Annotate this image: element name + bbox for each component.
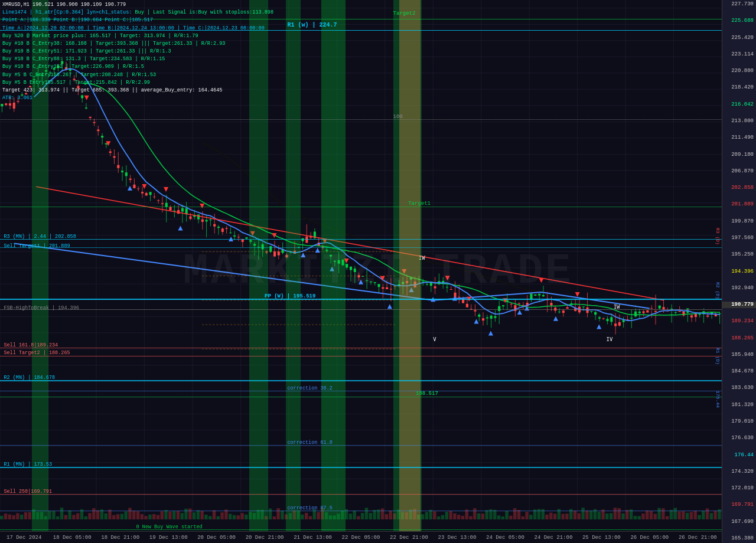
price-21380: 213.800 bbox=[722, 118, 756, 125]
time-3: 19 Dec 13:00 bbox=[144, 535, 192, 541]
price-19525: 195.250 bbox=[722, 251, 756, 258]
price-18467: 184.678 bbox=[722, 368, 756, 375]
price-16769: 167.690 bbox=[722, 519, 756, 525]
time-2: 18 Dec 21:00 bbox=[96, 535, 144, 541]
price-21149: 211.490 bbox=[722, 135, 756, 141]
price-17644: 176.44 bbox=[722, 452, 756, 459]
time-5: 20 Dec 21:00 bbox=[240, 535, 288, 541]
price-18826: 188.265 bbox=[722, 335, 756, 342]
price-20285: 202.858 bbox=[722, 185, 756, 191]
time-axis: 17 Dec 2024 18 Dec 05:00 18 Dec 21:00 19… bbox=[0, 531, 722, 543]
time-13: 26 Dec 05:00 bbox=[625, 535, 673, 541]
time-9: 23 Dec 13:00 bbox=[433, 535, 481, 541]
time-14: 26 Dec 21:00 bbox=[674, 535, 722, 541]
price-22568: 225.688 bbox=[722, 18, 756, 24]
price-21842: 218.420 bbox=[722, 84, 756, 91]
price-20687: 206.870 bbox=[722, 168, 756, 175]
price-18923: 189.234 bbox=[722, 318, 756, 325]
price-21604: 216.042 bbox=[722, 102, 756, 108]
price-19077: 190.779 bbox=[722, 302, 756, 308]
time-11: 24 Dec 21:00 bbox=[529, 535, 577, 541]
price-19756: 197.560 bbox=[722, 235, 756, 241]
time-10: 24 Dec 05:00 bbox=[481, 535, 529, 541]
price-22773: 227.730 bbox=[722, 1, 756, 8]
price-20188: 201.889 bbox=[722, 201, 756, 208]
price-17901: 179.010 bbox=[722, 418, 756, 425]
time-7: 22 Dec 05:00 bbox=[337, 535, 384, 541]
price-17201: 172.010 bbox=[722, 485, 756, 492]
price-19987: 199.870 bbox=[722, 218, 756, 225]
price-18132: 181.320 bbox=[722, 402, 756, 408]
price-17663: 176.630 bbox=[722, 435, 756, 441]
chart-container: MARKITZI TRADE R1 (w) | 224.7 Target2 10… bbox=[0, 0, 756, 543]
price-22080: 220.800 bbox=[722, 68, 756, 74]
price-18363: 183.630 bbox=[722, 385, 756, 391]
price-axis: 227.730 225.688 225.420 223.114 220.800 … bbox=[722, 0, 756, 543]
price-19439: 194.396 bbox=[722, 269, 756, 275]
time-6: 21 Dec 13:00 bbox=[289, 535, 337, 541]
price-22311: 223.114 bbox=[722, 51, 756, 58]
price-19294: 192.940 bbox=[722, 285, 756, 292]
time-4: 20 Dec 05:00 bbox=[193, 535, 240, 541]
price-16538: 165.380 bbox=[722, 535, 756, 542]
time-0: 17 Dec 2024 bbox=[0, 535, 48, 541]
price-22542: 225.420 bbox=[722, 35, 756, 41]
price-20918: 209.180 bbox=[722, 152, 756, 158]
price-17432: 174.320 bbox=[722, 469, 756, 475]
price-18594: 185.940 bbox=[722, 352, 756, 358]
time-12: 25 Dec 13:00 bbox=[578, 535, 625, 541]
time-1: 18 Dec 05:00 bbox=[48, 535, 96, 541]
price-16979: 169.791 bbox=[722, 502, 756, 508]
time-8: 22 Dec 21:00 bbox=[385, 535, 433, 541]
main-chart-canvas bbox=[0, 0, 722, 531]
